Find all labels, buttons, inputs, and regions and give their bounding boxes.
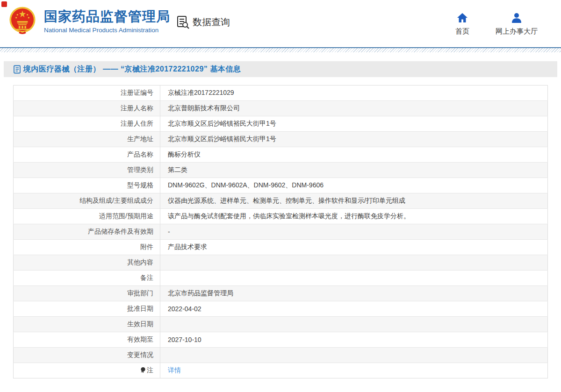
home-icon bbox=[457, 13, 468, 23]
data-query-menu[interactable]: 数据查询 bbox=[177, 15, 230, 29]
row-label: 生效日期 bbox=[14, 317, 160, 332]
row-value: 仪器由光源系统、进样单元、检测单元、控制单元、操作软件和显示/打印单元组成 bbox=[160, 193, 548, 209]
main-content: 境内医疗器械（注册） —— “京械注准20172221029” 基本信息 注册证… bbox=[4, 61, 557, 378]
row-value: 2027-10-10 bbox=[160, 332, 548, 348]
row-label: 型号规格 bbox=[14, 178, 160, 193]
row-value: 该产品与酶免试剂配套使用，供临床实验室检测样本吸光度，进行酶联免疫学分析。 bbox=[160, 209, 548, 224]
table-row: 审批部门北京市药品监督管理局 bbox=[14, 286, 548, 301]
brand-name-cn: 国家药品监督管理局 bbox=[44, 9, 170, 24]
row-value: 北京市顺义区后沙峪镇裕民大街甲1号 bbox=[160, 132, 548, 147]
page-doc-icon bbox=[13, 65, 21, 74]
table-row: 备注 bbox=[14, 271, 548, 286]
row-label: 管理类别 bbox=[14, 163, 160, 178]
table-row: 生效日期 bbox=[14, 317, 548, 332]
nav-label-home: 首页 bbox=[455, 27, 469, 36]
table-row: 注册证编号京械注准20172221029 bbox=[14, 86, 548, 101]
corner-red-square bbox=[1, 1, 7, 7]
row-value: 详情 bbox=[160, 363, 548, 378]
row-value: 京械注准20172221029 bbox=[160, 86, 548, 101]
brand-name-en: National Medical Products Administration bbox=[44, 27, 170, 34]
table-row: 结构及组成/主要组成成分仪器由光源系统、进样单元、检测单元、控制单元、操作软件和… bbox=[14, 193, 548, 209]
table-row: 注册人名称北京普朗新技术有限公司 bbox=[14, 101, 548, 116]
row-label: 附件 bbox=[14, 240, 160, 255]
row-label: 产品储存条件及有效期 bbox=[14, 224, 160, 240]
row-label: 备注 bbox=[14, 271, 160, 286]
document-search-icon bbox=[177, 15, 189, 29]
row-value: - bbox=[160, 224, 548, 240]
row-value bbox=[160, 317, 548, 332]
row-value: 酶标分析仪 bbox=[160, 147, 548, 163]
user-icon bbox=[511, 13, 522, 23]
row-label: 审批部门 bbox=[14, 286, 160, 301]
national-emblem-logo bbox=[7, 5, 37, 36]
row-label: 产品名称 bbox=[14, 147, 160, 163]
detail-link[interactable]: 详情 bbox=[168, 366, 181, 374]
table-row: 附件产品技术要求 bbox=[14, 240, 548, 255]
brand-block: 国家药品监督管理局 National Medical Products Admi… bbox=[44, 9, 170, 34]
row-value bbox=[160, 271, 548, 286]
row-value bbox=[160, 255, 548, 271]
nav-item-home[interactable]: 首页 bbox=[455, 13, 469, 36]
row-label: 适用范围/预期用途 bbox=[14, 209, 160, 224]
row-label: 注册人住所 bbox=[14, 116, 160, 132]
row-value: 产品技术要求 bbox=[160, 240, 548, 255]
detail-table-wrap: 注册证编号京械注准20172221029注册人名称北京普朗新技术有限公司注册人住… bbox=[13, 85, 548, 378]
table-row: 变更情况 bbox=[14, 348, 548, 363]
nav-item-service-hall[interactable]: 网上办事大厅 bbox=[496, 13, 538, 36]
row-label: 注册证编号 bbox=[14, 86, 160, 101]
table-row: 产品储存条件及有效期- bbox=[14, 224, 548, 240]
table-row: 生产地址北京市顺义区后沙峪镇裕民大街甲1号 bbox=[14, 132, 548, 147]
nav-label-service-hall: 网上办事大厅 bbox=[496, 27, 538, 36]
row-label: 批准日期 bbox=[14, 301, 160, 317]
section-title-bar: 境内医疗器械（注册） —— “京械注准20172221029” 基本信息 bbox=[4, 61, 557, 77]
table-row: 其他内容 bbox=[14, 255, 548, 271]
row-label: 生产地址 bbox=[14, 132, 160, 147]
row-value: 北京普朗新技术有限公司 bbox=[160, 101, 548, 116]
page-title: 境内医疗器械（注册） —— “京械注准20172221029” 基本信息 bbox=[23, 64, 241, 74]
row-label: 注册人名称 bbox=[14, 101, 160, 116]
detail-table-body: 注册证编号京械注准20172221029注册人名称北京普朗新技术有限公司注册人住… bbox=[14, 86, 548, 378]
header-hatch-strip bbox=[0, 48, 561, 52]
table-row: 适用范围/预期用途该产品与酶免试剂配套使用，供临床实验室检测样本吸光度，进行酶联… bbox=[14, 209, 548, 224]
table-row: 有效期至2027-10-10 bbox=[14, 332, 548, 348]
row-label: 变更情况 bbox=[14, 348, 160, 363]
row-value: 2022-04-02 bbox=[160, 301, 548, 317]
row-value: 北京市药品监督管理局 bbox=[160, 286, 548, 301]
table-row: 批准日期2022-04-02 bbox=[14, 301, 548, 317]
row-value: DNM-9602G、DNM-9602A、DNM-9602、DNM-9606 bbox=[160, 178, 548, 193]
row-label: 注 bbox=[14, 363, 160, 378]
row-label: 其他内容 bbox=[14, 255, 160, 271]
row-label: 有效期至 bbox=[14, 332, 160, 348]
row-value: 北京市顺义区后沙峪镇裕民大街甲1号 bbox=[160, 116, 548, 132]
bulb-icon bbox=[140, 367, 146, 375]
table-row: 管理类别第二类 bbox=[14, 163, 548, 178]
table-row: 型号规格DNM-9602G、DNM-9602A、DNM-9602、DNM-960… bbox=[14, 178, 548, 193]
detail-table: 注册证编号京械注准20172221029注册人名称北京普朗新技术有限公司注册人住… bbox=[13, 85, 548, 378]
table-row: 注详情 bbox=[14, 363, 548, 378]
top-nav: 首页 网上办事大厅 bbox=[455, 13, 538, 36]
page-header: 国家药品监督管理局 National Medical Products Admi… bbox=[0, 0, 561, 47]
row-value bbox=[160, 348, 548, 363]
data-query-label: 数据查询 bbox=[193, 16, 230, 29]
table-row: 产品名称酶标分析仪 bbox=[14, 147, 548, 163]
row-value: 第二类 bbox=[160, 163, 548, 178]
row-label: 结构及组成/主要组成成分 bbox=[14, 193, 160, 209]
table-row: 注册人住所北京市顺义区后沙峪镇裕民大街甲1号 bbox=[14, 116, 548, 132]
